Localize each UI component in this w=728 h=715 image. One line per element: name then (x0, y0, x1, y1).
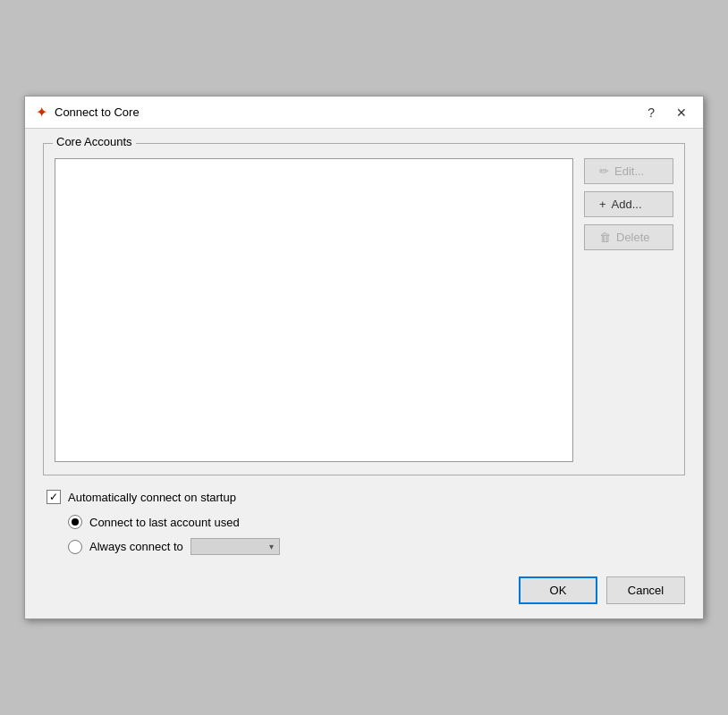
radio-last-account-label: Connect to last account used (89, 516, 240, 529)
help-button[interactable]: ? (642, 105, 660, 121)
radio-always-connect[interactable] (68, 540, 82, 554)
auto-connect-checkbox[interactable] (47, 490, 61, 504)
delete-label: Delete (616, 231, 650, 244)
edit-button[interactable]: ✏ Edit... (584, 158, 673, 184)
radio-row-last-account: Connect to last account used (68, 515, 681, 529)
dialog-body: Core Accounts ✏ Edit... + Add... 🗑 (25, 129, 703, 569)
add-icon: + (599, 198, 606, 211)
dialog-title: Connect to Core (55, 105, 140, 119)
ok-button[interactable]: OK (519, 576, 597, 604)
close-button[interactable]: ✕ (671, 105, 692, 121)
chevron-down-icon: ▾ (269, 542, 274, 551)
title-bar-controls: ? ✕ (642, 105, 692, 121)
delete-icon: 🗑 (599, 231, 611, 244)
group-box-label: Core Accounts (53, 135, 136, 148)
title-bar: ✦ Connect to Core ? ✕ (25, 97, 703, 129)
accounts-list[interactable] (55, 158, 573, 462)
app-icon: ✦ (36, 104, 47, 121)
radio-always-connect-label: Always connect to (89, 540, 183, 553)
add-label: Add... (612, 198, 642, 211)
connect-to-core-dialog: ✦ Connect to Core ? ✕ Core Accounts ✏ Ed… (24, 96, 704, 619)
group-box-content: ✏ Edit... + Add... 🗑 Delete (55, 158, 673, 462)
radio-group: Connect to last account used Always conn… (47, 515, 681, 555)
accounts-buttons: ✏ Edit... + Add... 🗑 Delete (584, 158, 673, 462)
core-accounts-group: Core Accounts ✏ Edit... + Add... 🗑 (43, 143, 685, 475)
dialog-footer: OK Cancel (25, 569, 703, 618)
delete-button[interactable]: 🗑 Delete (584, 224, 673, 250)
options-section: Automatically connect on startup Connect… (43, 490, 685, 555)
auto-connect-row: Automatically connect on startup (47, 490, 681, 504)
radio-last-account[interactable] (68, 515, 82, 529)
add-button[interactable]: + Add... (584, 191, 673, 217)
edit-icon: ✏ (599, 164, 609, 178)
edit-label: Edit... (614, 164, 644, 178)
always-connect-dropdown[interactable]: ▾ (190, 538, 280, 555)
title-bar-left: ✦ Connect to Core (36, 104, 140, 121)
auto-connect-label: Automatically connect on startup (68, 491, 236, 504)
radio-row-always-connect: Always connect to ▾ (68, 538, 681, 555)
cancel-button[interactable]: Cancel (606, 576, 685, 604)
